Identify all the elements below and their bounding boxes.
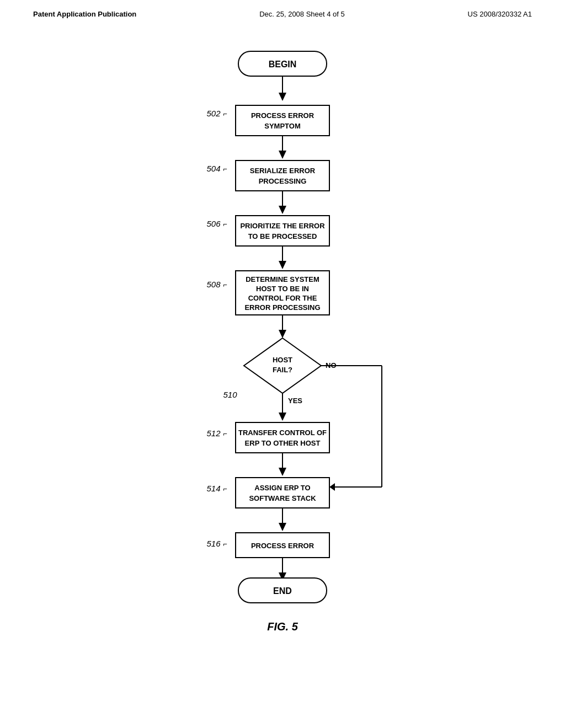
svg-marker-10 [279,151,286,159]
svg-text:508: 508 [206,280,221,289]
svg-text:⌐: ⌐ [223,110,227,118]
svg-text:⌐: ⌐ [223,165,227,173]
svg-text:CONTROL FOR THE: CONTROL FOR THE [248,294,317,302]
svg-marker-33 [279,330,286,338]
svg-text:⌐: ⌐ [223,281,227,289]
svg-text:FAIL?: FAIL? [273,366,292,374]
svg-text:514: 514 [206,484,220,493]
svg-marker-3 [279,93,286,101]
svg-text:FIG. 5: FIG. 5 [267,620,298,633]
svg-marker-45 [329,483,335,491]
svg-text:TO BE PROCESSED: TO BE PROCESSED [248,232,317,240]
svg-text:END: END [273,586,292,596]
svg-text:PROCESS ERROR: PROCESS ERROR [251,111,315,120]
header-right: US 2008/320332 A1 [468,10,532,18]
svg-text:SERIALIZE ERROR: SERIALIZE ERROR [250,167,316,175]
svg-text:512: 512 [206,429,221,438]
svg-text:506: 506 [206,219,221,228]
svg-rect-48 [236,422,329,453]
svg-rect-55 [236,478,329,508]
svg-text:516: 516 [206,539,221,548]
svg-marker-59 [279,523,286,531]
svg-text:⌐: ⌐ [223,220,227,228]
svg-text:⌐: ⌐ [223,430,227,438]
svg-text:ERROR PROCESSING: ERROR PROCESSING [244,303,320,312]
header-center: Dec. 25, 2008 Sheet 4 of 5 [259,10,345,18]
svg-marker-52 [279,468,286,476]
flowchart-svg: BEGIN 502 ⌐ PROCESS ERROR SYMPTOM 504 ⌐ … [89,40,476,675]
svg-text:SOFTWARE STACK: SOFTWARE STACK [249,494,316,502]
svg-text:ERP TO OTHER HOST: ERP TO OTHER HOST [245,439,321,447]
flowchart: BEGIN 502 ⌐ PROCESS ERROR SYMPTOM 504 ⌐ … [0,24,565,675]
svg-text:HOST TO BE IN: HOST TO BE IN [256,285,309,293]
svg-text:YES: YES [288,397,302,405]
svg-marker-24 [279,261,286,269]
svg-rect-6 [236,105,329,136]
header: Patent Application Publication Dec. 25, … [0,0,565,24]
svg-text:502: 502 [206,109,221,118]
svg-rect-20 [236,216,329,246]
svg-text:PROCESS ERROR: PROCESS ERROR [251,542,315,550]
svg-text:⌐: ⌐ [223,485,227,493]
svg-marker-17 [279,206,286,214]
header-left: Patent Application Publication [33,10,136,18]
svg-text:510: 510 [223,390,237,399]
svg-text:504: 504 [206,164,220,173]
svg-text:BEGIN: BEGIN [269,60,297,69]
svg-text:ASSIGN ERP TO: ASSIGN ERP TO [254,484,310,492]
svg-text:DETERMINE SYSTEM: DETERMINE SYSTEM [246,275,319,283]
svg-text:TRANSFER CONTROL OF: TRANSFER CONTROL OF [238,429,327,437]
svg-text:SYMPTOM: SYMPTOM [264,122,301,130]
svg-rect-13 [236,160,329,191]
svg-marker-41 [279,413,286,421]
svg-text:PROCESSING: PROCESSING [259,177,307,185]
svg-text:PRIORITIZE THE ERROR: PRIORITIZE THE ERROR [240,222,325,230]
svg-text:⌐: ⌐ [223,540,227,548]
svg-text:HOST: HOST [273,356,292,364]
